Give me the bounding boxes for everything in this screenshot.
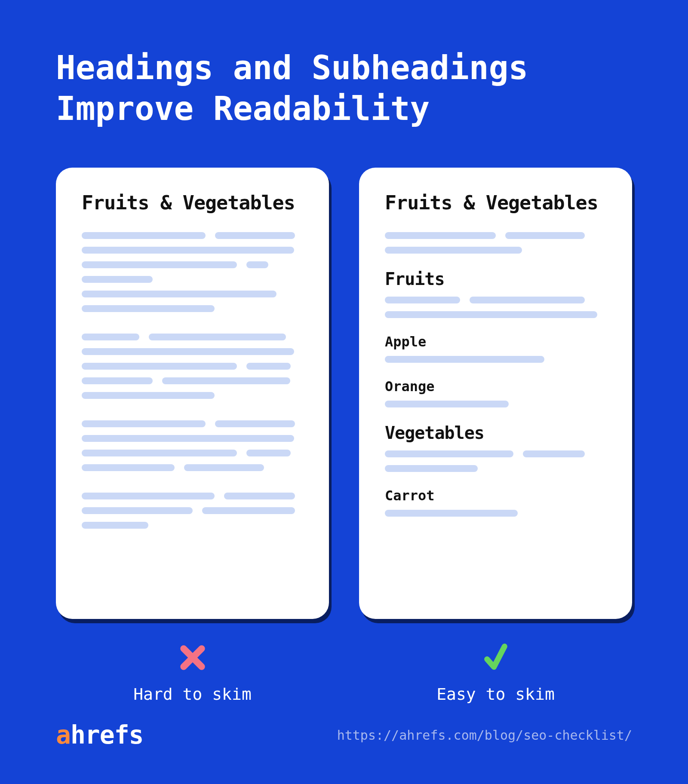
placeholder-paragraph [385, 401, 606, 407]
card-heading: Fruits & Vegetables [82, 191, 303, 214]
good-example-caption: Easy to skim [436, 685, 555, 704]
placeholder-paragraph [82, 232, 303, 312]
title-line-2: Improve Readability [56, 89, 430, 128]
placeholder-paragraph [385, 510, 606, 517]
brand-logo: ahrefs [56, 720, 144, 750]
item-heading: Apple [385, 334, 606, 350]
placeholder-paragraph [385, 356, 606, 363]
placeholder-paragraph [385, 297, 606, 318]
check-icon [483, 643, 508, 673]
source-url: https://ahrefs.com/blog/seo-checklist/ [337, 728, 632, 743]
logo-first-letter: a [56, 720, 71, 750]
page-title: Headings and Subheadings Improve Readabi… [0, 0, 688, 129]
footer: ahrefs https://ahrefs.com/blog/seo-check… [56, 720, 632, 750]
subheading: Fruits [385, 269, 606, 289]
logo-rest: hrefs [71, 720, 144, 750]
placeholder-paragraph [385, 450, 606, 472]
placeholder-paragraph [82, 493, 303, 529]
placeholder-paragraph [385, 232, 606, 254]
placeholder-paragraph [82, 334, 303, 399]
cross-icon [178, 643, 208, 673]
good-example-column: Fruits & Vegetables Fruits Apple Orange … [359, 168, 632, 704]
title-line-1: Headings and Subheadings [56, 49, 528, 87]
item-heading: Orange [385, 378, 606, 395]
good-example-card: Fruits & Vegetables Fruits Apple Orange … [359, 168, 632, 619]
item-heading: Carrot [385, 487, 606, 504]
card-heading: Fruits & Vegetables [385, 191, 606, 214]
bad-example-card: Fruits & Vegetables [56, 168, 329, 619]
bad-example-column: Fruits & Vegetables [56, 168, 329, 704]
comparison-row: Fruits & Vegetables [0, 129, 688, 704]
subheading: Vegetables [385, 423, 606, 443]
placeholder-paragraph [82, 420, 303, 471]
bad-example-caption: Hard to skim [133, 685, 252, 704]
